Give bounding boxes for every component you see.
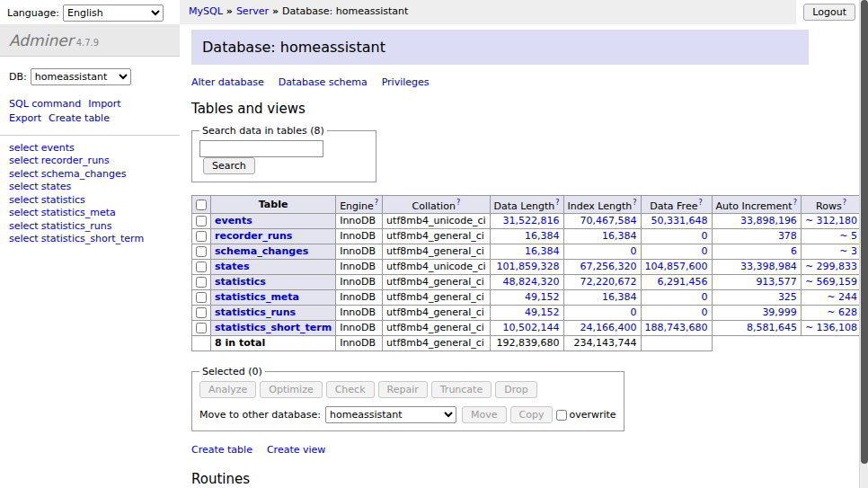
export-link[interactable]: Export [9, 112, 41, 124]
cell-index_length[interactable]: 0 [563, 305, 641, 320]
sidebar-table-link[interactable]: statistics [41, 194, 85, 206]
table-link[interactable]: states [215, 261, 250, 272]
check-all-checkbox[interactable] [196, 200, 207, 210]
table-link[interactable]: recorder_runs [215, 230, 292, 242]
cell-rows[interactable]: ~ 569,159 [801, 274, 861, 289]
cell-data_length[interactable]: 16,384 [490, 228, 563, 244]
select-table-link[interactable]: select [9, 142, 39, 154]
cell-data_free[interactable]: 0 [641, 244, 712, 259]
optimize-button[interactable]: Optimize [260, 381, 322, 398]
cell-auto_increment[interactable]: 39,999 [712, 305, 801, 320]
select-table-link[interactable]: select [9, 181, 39, 192]
column-help-link[interactable]: ? [555, 199, 559, 207]
sidebar-table-link[interactable]: schema_changes [41, 168, 127, 180]
sidebar-table-link[interactable]: events [41, 142, 75, 154]
cell-rows[interactable]: ~ 299,833 [801, 259, 861, 274]
cell-data_length[interactable]: 31,522,816 [490, 213, 563, 228]
column-help-link[interactable]: ? [698, 199, 702, 207]
table-link[interactable]: statistics [215, 276, 266, 288]
row-checkbox[interactable] [196, 231, 207, 242]
cell-rows[interactable]: ~ 312,180 [801, 213, 861, 228]
table-link[interactable]: schema_changes [215, 245, 308, 257]
sidebar-table-link[interactable]: statistics_runs [41, 220, 112, 232]
row-checkbox[interactable] [196, 292, 207, 303]
sidebar-table-link[interactable]: statistics_short_term [41, 233, 144, 244]
copy-button[interactable]: Copy [510, 406, 554, 423]
cell-rows[interactable]: ~ 5 [801, 228, 861, 244]
cell-index_length[interactable]: 24,166,400 [563, 320, 641, 335]
cell-data_length[interactable]: 49,152 [490, 305, 563, 320]
row-checkbox[interactable] [196, 262, 207, 272]
select-table-link[interactable]: select [9, 233, 39, 244]
create-view-link[interactable]: Create view [267, 444, 325, 456]
row-checkbox[interactable] [196, 307, 207, 318]
cell-auto_increment[interactable]: 325 [712, 289, 801, 305]
sidebar-table-link[interactable]: recorder_runs [41, 155, 110, 166]
cell-data_free[interactable]: 0 [641, 228, 712, 244]
column-help-link[interactable]: ? [375, 199, 378, 207]
move-db-select[interactable]: homeassistant [325, 406, 456, 423]
import-link[interactable]: Import [88, 98, 121, 110]
db-select[interactable]: homeassistant [31, 68, 131, 85]
cell-auto_increment[interactable]: 33,898,196 [712, 213, 801, 228]
column-help-link[interactable]: ? [456, 199, 460, 207]
select-table-link[interactable]: select [9, 220, 39, 232]
cell-index_length[interactable]: 72,220,672 [563, 274, 641, 289]
column-help-link[interactable]: ? [633, 199, 636, 207]
repair-button[interactable]: Repair [378, 381, 428, 398]
select-table-link[interactable]: select [9, 168, 39, 180]
cell-index_length[interactable]: 16,384 [563, 289, 641, 305]
cell-auto_increment[interactable]: 913,577 [712, 274, 801, 289]
sql-command-link[interactable]: SQL command [9, 98, 81, 110]
cell-data_length[interactable]: 10,502,144 [490, 320, 563, 335]
language-select[interactable]: English [63, 4, 164, 22]
search-button[interactable]: Search [203, 157, 255, 174]
cell-data_length[interactable]: 49,152 [490, 289, 563, 305]
cell-data_length[interactable]: 101,859,328 [490, 259, 563, 274]
cell-auto_increment[interactable]: 8,581,645 [712, 320, 801, 335]
cell-rows[interactable]: ~ 244 [801, 289, 861, 305]
vertical-scrollbar[interactable] [859, 0, 868, 488]
row-checkbox[interactable] [196, 277, 207, 288]
row-checkbox[interactable] [196, 216, 207, 226]
cell-data_free[interactable]: 104,857,600 [641, 259, 712, 274]
cell-data_free[interactable]: 188,743,680 [641, 320, 712, 335]
table-link[interactable]: statistics_runs [215, 306, 296, 318]
select-table-link[interactable]: select [9, 155, 39, 166]
adminer-logo-link[interactable]: Adminer [9, 31, 74, 49]
privileges-link[interactable]: Privileges [382, 76, 430, 88]
table-link[interactable]: events [215, 215, 252, 226]
create-table-link[interactable]: Create table [191, 444, 252, 456]
sidebar-table-link[interactable]: states [41, 181, 72, 192]
cell-auto_increment[interactable]: 378 [712, 228, 801, 244]
row-checkbox[interactable] [196, 246, 207, 257]
check-button[interactable]: Check [326, 381, 375, 398]
breadcrumb-server-link[interactable]: Server [236, 5, 269, 17]
cell-data_free[interactable]: 6,291,456 [641, 274, 712, 289]
breadcrumb-mysql-link[interactable]: MySQL [189, 5, 223, 17]
cell-index_length[interactable]: 70,467,584 [563, 213, 641, 228]
cell-data_free[interactable]: 0 [641, 289, 712, 305]
cell-index_length[interactable]: 67,256,320 [563, 259, 641, 274]
column-help-link[interactable]: ? [843, 199, 846, 207]
analyze-button[interactable]: Analyze [199, 381, 256, 398]
alter-database-link[interactable]: Alter database [191, 76, 264, 88]
move-button[interactable]: Move [462, 406, 507, 423]
table-link[interactable]: statistics_meta [215, 291, 299, 303]
truncate-button[interactable]: Truncate [431, 381, 492, 398]
cell-data_free[interactable]: 0 [641, 305, 712, 320]
cell-rows[interactable]: ~ 3 [801, 244, 861, 259]
cell-auto_increment[interactable]: 6 [712, 244, 801, 259]
cell-data_free[interactable]: 50,331,648 [641, 213, 712, 228]
cell-data_length[interactable]: 16,384 [490, 244, 563, 259]
cell-data_length[interactable]: 48,824,320 [490, 274, 563, 289]
overwrite-checkbox[interactable] [556, 410, 567, 421]
table-link[interactable]: statistics_short_term [215, 322, 332, 333]
cell-rows[interactable]: ~ 628 [801, 305, 861, 320]
cell-auto_increment[interactable]: 33,398,984 [712, 259, 801, 274]
cell-index_length[interactable]: 0 [563, 244, 641, 259]
scrollbar-thumb[interactable] [861, 0, 868, 464]
cell-index_length[interactable]: 16,384 [563, 228, 641, 244]
database-schema-link[interactable]: Database schema [279, 76, 368, 88]
logout-button[interactable]: Logout [803, 4, 855, 21]
